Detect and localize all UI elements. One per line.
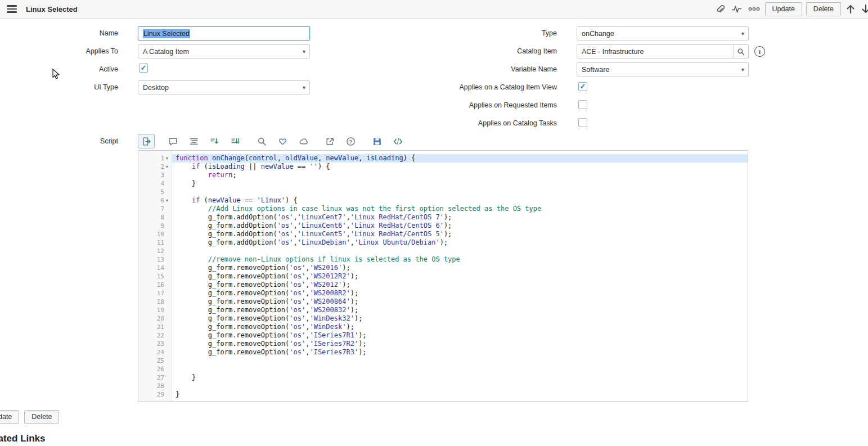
- footer-update-button[interactable]: Update: [0, 410, 19, 424]
- line-number[interactable]: 4: [138, 179, 172, 188]
- help-icon[interactable]: ?: [342, 134, 359, 148]
- code-line[interactable]: g_form.removeOption('os','WS2012R2');: [172, 272, 748, 281]
- line-number[interactable]: 25: [138, 357, 172, 365]
- activity-stream-icon[interactable]: [730, 3, 743, 15]
- code-line[interactable]: [172, 365, 748, 373]
- script-editor[interactable]: 1▾2▾3456▾7891011121314151617181920212223…: [138, 150, 748, 402]
- delete-button[interactable]: Delete: [806, 2, 841, 16]
- code-line[interactable]: g_form.addOption('os','LinuxCent6','Linu…: [172, 222, 748, 230]
- name-input[interactable]: Linux Selected: [138, 26, 310, 40]
- scroll-down-icon[interactable]: [860, 3, 868, 15]
- menu-icon[interactable]: [3, 3, 20, 15]
- applies-on-catalog-item-view-checkbox[interactable]: ✓: [578, 82, 587, 91]
- variable-name-select[interactable]: Software ▾: [577, 62, 749, 76]
- toggle-comment-icon[interactable]: [164, 134, 181, 148]
- code-line[interactable]: //Add Linux options in case linux was no…: [172, 205, 748, 213]
- type-value: onChange: [582, 30, 614, 38]
- code-line[interactable]: }: [172, 390, 748, 399]
- code-line[interactable]: return;: [172, 171, 748, 179]
- attachment-icon[interactable]: [714, 3, 726, 15]
- line-number[interactable]: 14: [138, 264, 172, 272]
- line-number[interactable]: 21: [138, 323, 172, 331]
- line-number[interactable]: 9: [138, 222, 172, 230]
- line-number[interactable]: 27: [138, 373, 172, 382]
- line-number[interactable]: 26: [138, 365, 172, 373]
- catalog-item-input[interactable]: ACE - Infrastructure: [577, 44, 749, 58]
- editor-code-lines[interactable]: function onChange(control, oldValue, new…: [172, 151, 748, 401]
- line-number[interactable]: 18: [138, 298, 172, 306]
- code-line[interactable]: g_form.removeOption('os','WS2012');: [172, 281, 748, 289]
- line-number[interactable]: 10: [138, 230, 172, 238]
- line-number[interactable]: 8: [138, 213, 172, 222]
- applies-to-select[interactable]: A Catalog Item ▾: [138, 44, 310, 58]
- line-number[interactable]: 16: [138, 281, 172, 289]
- code-line[interactable]: g_form.removeOption('os','WS200864');: [172, 298, 748, 306]
- code-line[interactable]: g_form.removeOption('os','WS2016');: [172, 264, 748, 272]
- syntax-editor-toggle-icon[interactable]: [138, 134, 155, 148]
- code-line[interactable]: [172, 188, 748, 196]
- line-number[interactable]: 3: [138, 171, 172, 179]
- code-line[interactable]: g_form.addOption('os','LinuxCent7','Linu…: [172, 213, 748, 222]
- fold-marker-icon[interactable]: ▾: [164, 156, 170, 161]
- code-line[interactable]: g_form.removeOption('os','WS200832');: [172, 306, 748, 314]
- replace-all-icon[interactable]: [227, 134, 244, 148]
- line-number[interactable]: 24: [138, 348, 172, 357]
- line-number[interactable]: 12: [138, 247, 172, 255]
- update-button[interactable]: Update: [765, 2, 802, 16]
- code-line[interactable]: //remove non-Linux options if linux is s…: [172, 255, 748, 264]
- script-refresh-icon[interactable]: [389, 134, 406, 148]
- code-line[interactable]: [172, 382, 748, 390]
- code-line[interactable]: }: [172, 373, 748, 382]
- reference-lookup-icon[interactable]: [733, 45, 748, 58]
- cloud-icon[interactable]: [295, 134, 312, 148]
- footer-delete-button[interactable]: Delete: [24, 410, 59, 424]
- line-number[interactable]: 22: [138, 331, 172, 340]
- save-icon[interactable]: [368, 134, 385, 148]
- line-number[interactable]: 6▾: [138, 196, 172, 205]
- line-number[interactable]: 20: [138, 314, 172, 323]
- more-options-icon[interactable]: [747, 5, 761, 13]
- applies-on-catalog-tasks-checkbox[interactable]: [578, 118, 587, 127]
- line-number[interactable]: 7: [138, 205, 172, 213]
- code-line[interactable]: if (isLoading || newValue == '') {: [172, 163, 748, 171]
- code-line[interactable]: function onChange(control, oldValue, new…: [172, 154, 748, 163]
- header-actions: Update Delete: [714, 2, 865, 16]
- scroll-up-icon[interactable]: [845, 3, 856, 15]
- type-select[interactable]: onChange ▾: [577, 26, 749, 40]
- ui-type-select[interactable]: Desktop ▾: [138, 80, 310, 94]
- open-new-window-icon[interactable]: [321, 134, 338, 148]
- applies-on-requested-items-checkbox[interactable]: [578, 100, 587, 109]
- code-line[interactable]: g_form.removeOption('os','WinDesk32');: [172, 314, 748, 323]
- heart-icon[interactable]: [274, 134, 291, 148]
- line-number[interactable]: 11: [138, 238, 172, 247]
- code-line[interactable]: g_form.removeOption('os','ISeries7R2');: [172, 340, 748, 348]
- line-number[interactable]: 5: [138, 188, 172, 196]
- line-number[interactable]: 1▾: [138, 154, 172, 163]
- line-number[interactable]: 17: [138, 289, 172, 298]
- line-number[interactable]: 2▾: [138, 163, 172, 171]
- code-line[interactable]: [172, 247, 748, 255]
- active-checkbox[interactable]: ✓: [139, 64, 148, 73]
- code-line[interactable]: }: [172, 179, 748, 188]
- line-number[interactable]: 23: [138, 340, 172, 348]
- replace-icon[interactable]: [206, 134, 223, 148]
- line-number[interactable]: 29: [138, 390, 172, 399]
- editor-gutter: 1▾2▾3456▾7891011121314151617181920212223…: [138, 151, 172, 401]
- code-line[interactable]: [172, 357, 748, 365]
- fold-marker-icon[interactable]: ▾: [164, 198, 170, 203]
- fold-marker-icon[interactable]: ▾: [164, 164, 170, 169]
- code-line[interactable]: g_form.addOption('os','LinuxDebian','Lin…: [172, 238, 748, 247]
- code-line[interactable]: g_form.removeOption('os','ISeries7R3');: [172, 348, 748, 357]
- code-line[interactable]: g_form.addOption('os','LinuxCent5','Linu…: [172, 230, 748, 238]
- reference-info-icon[interactable]: i: [754, 46, 765, 57]
- code-line[interactable]: g_form.removeOption('os','ISeries7R1');: [172, 331, 748, 340]
- code-line[interactable]: g_form.removeOption('os','WinDesk');: [172, 323, 748, 331]
- code-line[interactable]: g_form.removeOption('os','WS2008R2');: [172, 289, 748, 298]
- line-number[interactable]: 19: [138, 306, 172, 314]
- line-number[interactable]: 28: [138, 382, 172, 390]
- search-icon[interactable]: [253, 134, 270, 148]
- format-code-icon[interactable]: [185, 134, 202, 148]
- line-number[interactable]: 15: [138, 272, 172, 281]
- code-line[interactable]: if (newValue == 'Linux') {: [172, 196, 748, 205]
- line-number[interactable]: 13: [138, 255, 172, 264]
